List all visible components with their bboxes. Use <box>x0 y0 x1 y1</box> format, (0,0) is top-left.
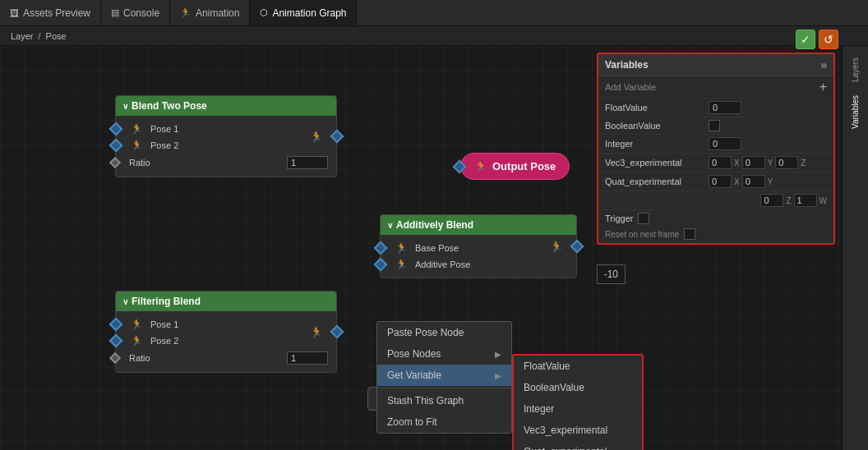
tab-animation[interactable]: 🏃 Animation <box>170 0 250 25</box>
top-right-actions: ✓ ↺ <box>792 26 842 53</box>
animation-icon: 🏃 <box>180 7 192 18</box>
additively-blend-node: ∨ Additively Blend 🏃 🏃 Base Pose 🏃 Addit… <box>380 214 577 278</box>
output-pose-node[interactable]: 🏃 Output Pose <box>460 153 570 180</box>
breadcrumb: Layer / Pose <box>0 26 868 46</box>
ratio-pin: Ratio <box>116 154 336 172</box>
trigger-checkbox[interactable] <box>638 213 649 224</box>
vec3-z-input[interactable] <box>775 156 798 169</box>
filtering-blend-body: 🏃 Pose 1 🏃 Pose 2 Ratio <box>116 311 336 372</box>
sub-quat[interactable]: Quat_experimental <box>514 441 642 450</box>
pose1-pin: 🏃 Pose 1 <box>116 121 336 137</box>
quat-y-input[interactable] <box>742 175 765 188</box>
var-quat: Quat_experimental X Y Z W <box>598 172 833 210</box>
base-pose-in-connector <box>374 241 388 255</box>
var-integer: Integer <box>598 135 833 154</box>
quat-x-input[interactable] <box>709 175 732 188</box>
variables-expand-btn[interactable]: » <box>820 58 827 71</box>
additively-blend-body: 🏃 Base Pose 🏃 Additive Pose <box>381 235 576 278</box>
ctx-paste-pose[interactable]: Paste Pose Node <box>377 322 511 343</box>
sub-integer[interactable]: Integer <box>514 398 642 420</box>
var-vec3: Vec3_experimental X Y Z <box>598 154 833 172</box>
fb-pose2-pin: 🏃 Pose 2 <box>116 333 336 349</box>
ctx-zoom-fit[interactable]: Zoom to Fit <box>377 411 511 433</box>
blend-two-pose-node: ∨ Blend Two Pose 🏃 🏃 Pose 1 🏃 Pose 2 Rat… <box>115 95 337 177</box>
var-float-value: FloatValue <box>598 99 833 117</box>
additive-value-box: -10 <box>597 264 626 284</box>
integer-input[interactable] <box>709 137 741 150</box>
quat-z-input[interactable] <box>760 194 783 207</box>
get-variable-arrow: ▶ <box>495 371 501 380</box>
fb-ratio-input[interactable] <box>287 351 328 365</box>
fb-pose1-in-connector <box>109 318 123 332</box>
fb-ratio-in-connector <box>109 352 121 364</box>
tab-console[interactable]: ▤ Console <box>101 0 170 25</box>
pose2-pin: 🏃 Pose 2 <box>116 137 336 154</box>
fb-pose2-in-connector <box>109 334 123 348</box>
var-trigger: Trigger <box>598 210 833 227</box>
ratio-input[interactable] <box>287 156 328 169</box>
context-menu: Paste Pose Node Pose Nodes ▶ Get Variabl… <box>376 321 512 434</box>
vec3-x-input[interactable] <box>709 156 732 169</box>
var-quat-row2: Z W <box>598 191 833 210</box>
pose-nodes-arrow: ▶ <box>495 350 501 359</box>
tab-assets[interactable]: 🖼 Assets Preview <box>0 0 101 25</box>
right-sidebar: Layers Variables <box>842 46 868 450</box>
ctx-pose-nodes[interactable]: Pose Nodes ▶ <box>377 343 511 365</box>
additive-pose-in-connector <box>374 258 388 272</box>
reset-on-next-frame-row: Reset on next frame <box>598 227 833 243</box>
blend-two-pose-header: ∨ Blend Two Pose 🏃 <box>116 96 336 116</box>
console-icon: ▤ <box>111 7 119 18</box>
tab-anim-graph[interactable]: ⬡ Animation Graph <box>250 0 357 25</box>
blend-two-pose-body: 🏃 Pose 1 🏃 Pose 2 Ratio <box>116 116 336 177</box>
additively-blend-header: ∨ Additively Blend 🏃 <box>381 215 576 235</box>
sidebar-tab-layers[interactable]: Layers <box>849 53 861 87</box>
float-value-input[interactable] <box>709 101 741 114</box>
ctx-get-variable[interactable]: Get Variable ▶ <box>377 365 511 386</box>
ctx-stash-graph[interactable]: Stash This Graph <box>377 390 511 411</box>
fb-ratio-pin: Ratio <box>116 349 336 367</box>
output-person-icon: 🏃 <box>474 160 487 172</box>
fb-pose1-pin: 🏃 Pose 1 <box>116 316 336 333</box>
quat-xy-values: X Y <box>709 175 773 188</box>
quat-w-input[interactable] <box>794 194 817 207</box>
vec3-y-input[interactable] <box>742 156 765 169</box>
sub-float-value[interactable]: FloatValue <box>514 356 642 377</box>
anim-graph-icon: ⬡ <box>260 7 268 18</box>
ctx-separator <box>377 388 511 388</box>
sub-boolean-value[interactable]: BooleanValue <box>514 377 642 398</box>
canvas-area[interactable]: ∨ Blend Two Pose 🏃 🏃 Pose 1 🏃 Pose 2 Rat… <box>0 46 842 450</box>
add-variable-btn[interactable]: + <box>820 80 827 94</box>
pose2-in-connector <box>109 139 123 153</box>
vec3-xyz-values: X Y Z <box>709 156 806 169</box>
filtering-blend-header: ∨ Filtering Blend 🏃 <box>116 292 336 311</box>
ratio-in-connector <box>109 157 121 168</box>
base-pose-pin: 🏃 Base Pose <box>381 240 576 256</box>
variables-panel: Variables » Add Variable + FloatValue Bo… <box>597 53 835 245</box>
sub-vec3[interactable]: Vec3_experimental <box>514 420 642 441</box>
filtering-blend-node: ∨ Filtering Blend 🏃 🏃 Pose 1 🏃 Pose 2 Ra… <box>115 291 337 373</box>
quat-zw-values: Z W <box>760 194 827 207</box>
confirm-button[interactable]: ✓ <box>796 30 815 49</box>
pose1-in-connector <box>109 122 123 136</box>
output-pose-in-connector <box>453 159 467 173</box>
get-variable-submenu: FloatValue BooleanValue Integer Vec3_exp… <box>512 354 644 450</box>
variables-panel-header: Variables » <box>598 54 833 76</box>
sidebar-tab-variables[interactable]: Variables <box>849 90 861 134</box>
boolean-value-checkbox[interactable] <box>709 120 720 131</box>
var-quat-row1: Quat_experimental X Y <box>598 172 833 191</box>
reset-button[interactable]: ↺ <box>819 30 838 49</box>
tab-bar: 🖼 Assets Preview ▤ Console 🏃 Animation ⬡… <box>0 0 868 26</box>
var-boolean-value: BooleanValue <box>598 117 833 135</box>
assets-icon: 🖼 <box>10 8 19 18</box>
additive-pose-pin: 🏃 Additive Pose <box>381 256 576 273</box>
add-variable-row: Add Variable + <box>598 76 833 99</box>
reset-checkbox[interactable] <box>684 228 695 240</box>
